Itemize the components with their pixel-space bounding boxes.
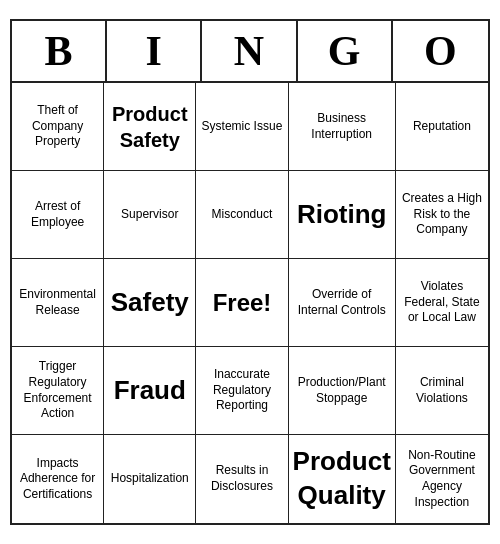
bingo-cell-3: Business Interruption bbox=[289, 83, 396, 171]
bingo-card: BINGO Theft of Company PropertyProduct S… bbox=[10, 19, 490, 525]
bingo-cell-16: Fraud bbox=[104, 347, 196, 435]
bingo-cell-24: Non-Routine Government Agency Inspection bbox=[396, 435, 488, 523]
bingo-letter-i: I bbox=[107, 21, 202, 81]
bingo-cell-14: Violates Federal, State or Local Law bbox=[396, 259, 488, 347]
bingo-header: BINGO bbox=[12, 21, 488, 83]
bingo-cell-17: Inaccurate Regulatory Reporting bbox=[196, 347, 288, 435]
bingo-cell-4: Reputation bbox=[396, 83, 488, 171]
bingo-cell-18: Production/Plant Stoppage bbox=[289, 347, 396, 435]
bingo-letter-b: B bbox=[12, 21, 107, 81]
bingo-grid: Theft of Company PropertyProduct SafetyS… bbox=[12, 83, 488, 523]
bingo-cell-5: Arrest of Employee bbox=[12, 171, 104, 259]
bingo-cell-11: Safety bbox=[104, 259, 196, 347]
bingo-cell-8: Rioting bbox=[289, 171, 396, 259]
bingo-cell-9: Creates a High Risk to the Company bbox=[396, 171, 488, 259]
bingo-cell-13: Override of Internal Controls bbox=[289, 259, 396, 347]
bingo-cell-23: Product Quality bbox=[289, 435, 396, 523]
bingo-cell-21: Hospitalization bbox=[104, 435, 196, 523]
bingo-cell-15: Trigger Regulatory Enforcement Action bbox=[12, 347, 104, 435]
bingo-cell-2: Systemic Issue bbox=[196, 83, 288, 171]
bingo-cell-7: Misconduct bbox=[196, 171, 288, 259]
bingo-cell-6: Supervisor bbox=[104, 171, 196, 259]
bingo-letter-n: N bbox=[202, 21, 297, 81]
bingo-cell-1: Product Safety bbox=[104, 83, 196, 171]
bingo-cell-19: Criminal Violations bbox=[396, 347, 488, 435]
bingo-cell-0: Theft of Company Property bbox=[12, 83, 104, 171]
bingo-letter-o: O bbox=[393, 21, 488, 81]
bingo-letter-g: G bbox=[298, 21, 393, 81]
bingo-cell-10: Environmental Release bbox=[12, 259, 104, 347]
bingo-cell-20: Impacts Adherence for Certifications bbox=[12, 435, 104, 523]
bingo-cell-12: Free! bbox=[196, 259, 288, 347]
bingo-cell-22: Results in Disclosures bbox=[196, 435, 288, 523]
